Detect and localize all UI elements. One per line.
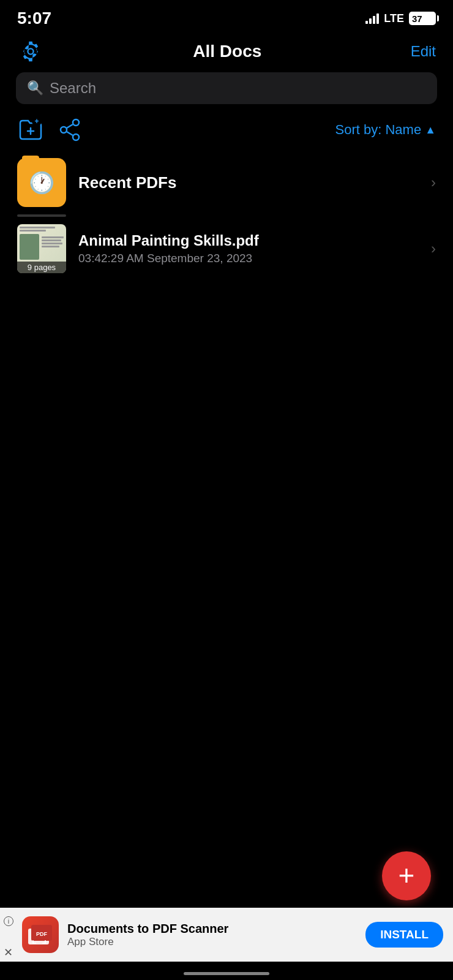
ad-app-icon: PDF <box>22 916 59 953</box>
svg-line-7 <box>67 124 73 128</box>
thumb-text-line <box>42 236 64 238</box>
recent-pdfs-label: Recent PDFs <box>78 173 431 192</box>
status-right-icons: LTE 37 <box>365 12 436 25</box>
pdf-thumbnail: 9 pages <box>17 224 66 273</box>
file-list: 🕐 Recent PDFs › <box>0 151 453 281</box>
search-container: 🔍 <box>0 72 453 114</box>
thumb-content <box>20 234 64 260</box>
home-indicator <box>184 972 269 975</box>
pdf-scanner-icon: PDF <box>27 924 54 946</box>
status-bar: 5:07 LTE 37 <box>0 0 453 33</box>
ad-install-button[interactable]: INSTALL <box>365 922 443 948</box>
thumb-text-lines <box>42 234 64 260</box>
signal-bar-1 <box>365 21 368 24</box>
thumb-text-line <box>42 246 59 247</box>
search-input[interactable] <box>50 80 426 97</box>
svg-text:+: + <box>34 118 39 126</box>
thumb-line <box>20 230 46 232</box>
chevron-right-icon: › <box>431 174 436 191</box>
svg-text:PDF: PDF <box>36 931 48 937</box>
battery-level: 37 <box>412 13 422 24</box>
recent-pdfs-folder-icon: 🕐 <box>17 158 66 207</box>
status-time: 5:07 <box>17 9 51 28</box>
clock-icon: 🕐 <box>29 170 54 195</box>
ad-store-name: App Store <box>67 936 357 948</box>
toolbar-left: + <box>17 116 83 143</box>
share-button[interactable] <box>56 116 83 143</box>
svg-point-4 <box>73 119 79 126</box>
thumb-text-line <box>42 239 61 241</box>
svg-point-5 <box>61 127 67 133</box>
signal-bar-2 <box>369 18 372 24</box>
edit-button[interactable]: Edit <box>411 43 436 60</box>
ad-banner: i ✕ PDF Documents to PDF Scanner App Sto… <box>0 908 453 962</box>
header: All Docs Edit <box>0 33 453 72</box>
folder-add-icon: + <box>18 118 43 141</box>
gear-icon <box>19 40 42 63</box>
thumb-image-block <box>20 234 39 260</box>
signal-bars-icon <box>365 13 379 24</box>
battery-tip <box>437 15 439 21</box>
signal-bar-4 <box>376 13 379 24</box>
pdf-file-row[interactable]: 9 pages Animal Painting Skills.pdf 03:42… <box>0 217 453 281</box>
ad-app-name: Documents to PDF Scanner <box>67 922 357 936</box>
search-bar[interactable]: 🔍 <box>16 72 437 104</box>
page-count-badge: 9 pages <box>17 262 66 273</box>
settings-button[interactable] <box>17 38 44 65</box>
recent-pdfs-row[interactable]: 🕐 Recent PDFs › <box>0 151 453 214</box>
share-icon <box>59 118 80 141</box>
page-title: All Docs <box>193 42 261 61</box>
pdf-chevron-right-icon: › <box>431 240 436 257</box>
add-folder-button[interactable]: + <box>17 116 44 143</box>
thumb-text-line <box>42 243 62 244</box>
svg-point-6 <box>73 134 79 140</box>
add-button[interactable]: + <box>382 851 431 900</box>
ad-info-icon: i <box>4 916 13 926</box>
search-icon: 🔍 <box>27 80 43 96</box>
ad-close-button[interactable]: ✕ <box>4 946 13 959</box>
svg-line-8 <box>67 132 73 135</box>
sort-button[interactable]: Sort by: Name ▲ <box>335 122 436 138</box>
ad-text: Documents to PDF Scanner App Store <box>67 922 357 948</box>
sort-arrow-icon: ▲ <box>425 124 436 137</box>
pdf-info: Animal Painting Skills.pdf 03:42:29 AM S… <box>78 232 431 265</box>
thumb-line <box>20 227 55 228</box>
pdf-filename: Animal Painting Skills.pdf <box>78 232 431 249</box>
battery-icon: 37 <box>409 12 436 25</box>
plus-icon: + <box>399 861 415 889</box>
sort-label: Sort by: Name <box>335 122 422 138</box>
signal-bar-3 <box>373 16 375 24</box>
toolbar: + Sort by: Name ▲ <box>0 114 453 151</box>
pdf-meta: 03:42:29 AM September 23, 2023 <box>78 252 431 265</box>
lte-label: LTE <box>384 12 404 25</box>
